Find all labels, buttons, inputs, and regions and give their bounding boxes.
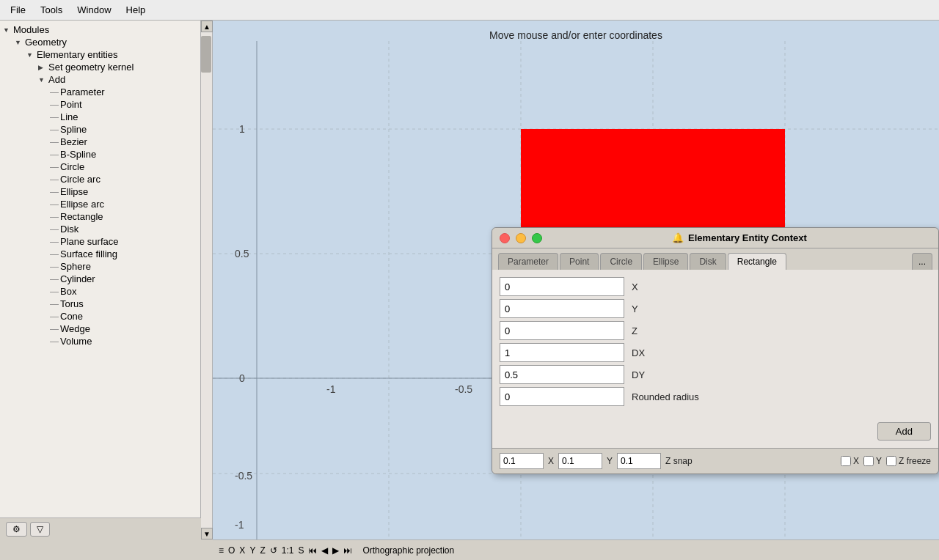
- label-z: Z: [624, 325, 712, 336]
- input-dy[interactable]: [500, 365, 624, 384]
- scroll-up-btn[interactable]: ▲: [201, 21, 213, 32]
- dash-icon: —: [50, 274, 60, 284]
- tree-item-modules[interactable]: ▼Modules: [0, 23, 200, 36]
- freeze-y-label: Y: [876, 456, 882, 466]
- tree-item-point[interactable]: —Point: [0, 98, 200, 111]
- statusbar-y[interactable]: Y: [249, 545, 255, 556]
- tree-item-circle[interactable]: —Circle: [0, 161, 200, 173]
- menu-window[interactable]: Window: [70, 3, 118, 17]
- tree-item-add[interactable]: ▼Add: [0, 73, 200, 86]
- dialog-titlebar: 🔔 Elementary Entity Context: [492, 228, 938, 248]
- tree-item-surface-filling[interactable]: —Surface filling: [0, 248, 200, 260]
- snap-z-input[interactable]: [617, 453, 661, 469]
- tree-item-ellipse-arc[interactable]: —Ellipse arc: [0, 198, 200, 210]
- freeze-x-group: X: [841, 456, 859, 466]
- dialog-max-btn[interactable]: [532, 233, 542, 243]
- statusbar-x[interactable]: X: [239, 545, 245, 556]
- dash-icon: —: [50, 249, 60, 259]
- tree-item-wedge[interactable]: —Wedge: [0, 323, 200, 335]
- tree-item-sphere[interactable]: —Sphere: [0, 260, 200, 273]
- tree-item-parameter[interactable]: —Parameter: [0, 86, 200, 98]
- tree-item-elementary-entities[interactable]: ▼Elementary entities: [0, 48, 200, 61]
- dash-icon: —: [50, 262, 60, 272]
- tree-item-torus[interactable]: —Torus: [0, 298, 200, 310]
- tab-ellipse[interactable]: Ellipse: [643, 253, 688, 270]
- tab-more[interactable]: ...: [912, 253, 932, 270]
- statusbar-menu-icon[interactable]: ≡: [219, 545, 224, 556]
- dash-icon: —: [50, 312, 60, 322]
- freeze-x-label: X: [853, 456, 859, 466]
- add-button[interactable]: Add: [877, 422, 931, 441]
- field-dy: DY: [500, 365, 931, 384]
- tree-item-cylinder[interactable]: —Cylinder: [0, 273, 200, 285]
- freeze-y-checkbox[interactable]: [863, 456, 874, 466]
- dash-icon: —: [50, 224, 60, 235]
- tree-label: Volume: [60, 336, 92, 347]
- field-z: Z: [500, 321, 931, 340]
- tree-item-volume[interactable]: —Volume: [0, 335, 200, 347]
- statusbar-projection: Orthographic projection: [362, 545, 454, 556]
- scroll-down-btn[interactable]: ▼: [201, 528, 213, 539]
- statusbar-rotate[interactable]: ↺: [270, 545, 277, 556]
- tree-item-geometry[interactable]: ▼Geometry: [0, 36, 200, 48]
- menu-file[interactable]: File: [3, 3, 33, 17]
- expand-icon: ▼: [3, 26, 13, 34]
- tree-item-spline[interactable]: —Spline: [0, 123, 200, 136]
- svg-text:-1: -1: [326, 383, 336, 395]
- dialog-title-icon: 🔔: [672, 232, 684, 243]
- statusbar-z[interactable]: Z: [260, 545, 265, 556]
- snap-y-label: Y: [607, 456, 613, 466]
- snap-x-input[interactable]: [500, 453, 544, 469]
- freeze-x-checkbox[interactable]: [841, 456, 851, 466]
- tab-disk[interactable]: Disk: [690, 253, 726, 270]
- field-y: Y: [500, 299, 931, 318]
- dash-icon: —: [50, 150, 60, 160]
- tree-item-ellipse[interactable]: —Ellipse: [0, 185, 200, 198]
- statusbar-next[interactable]: ▶: [332, 545, 339, 556]
- tree-item-set-geometry-kernel[interactable]: ▶Set geometry kernel: [0, 61, 200, 73]
- tree-item-circle-arc[interactable]: —Circle arc: [0, 173, 200, 185]
- dialog-close-btn[interactable]: [500, 233, 510, 243]
- tree-item-line[interactable]: —Line: [0, 111, 200, 123]
- svg-text:-0.5: -0.5: [235, 470, 252, 482]
- tree-label: Bezier: [60, 136, 87, 147]
- tree-item-cone[interactable]: —Cone: [0, 310, 200, 323]
- tab-circle[interactable]: Circle: [600, 253, 642, 270]
- tree-item-disk[interactable]: —Disk: [0, 223, 200, 235]
- tree-label: Circle arc: [60, 174, 101, 185]
- freeze-z-checkbox[interactable]: [886, 456, 896, 466]
- sidebar-tree: ▼Modules▼Geometry▼Elementary entities▶Se…: [0, 21, 200, 539]
- tree-item-bezier[interactable]: —Bezier: [0, 136, 200, 148]
- statusbar-skip-fwd[interactable]: ⏭: [343, 545, 352, 556]
- statusbar-o[interactable]: O: [228, 545, 235, 556]
- tree-item-box[interactable]: —Box: [0, 285, 200, 298]
- tree-label: Spline: [60, 124, 87, 135]
- statusbar-s[interactable]: S: [298, 545, 304, 556]
- input-z[interactable]: [500, 321, 624, 340]
- snap-y-input[interactable]: [558, 453, 602, 469]
- menu-tools[interactable]: Tools: [33, 3, 70, 17]
- menu-help[interactable]: Help: [119, 3, 153, 17]
- tree-item-rectangle[interactable]: —Rectangle: [0, 210, 200, 223]
- sidebar-scrollbar: ▲ ▼: [200, 21, 212, 539]
- tab-parameter[interactable]: Parameter: [498, 253, 558, 270]
- filter-button[interactable]: ▽: [30, 522, 50, 537]
- statusbar-scale[interactable]: 1:1: [282, 545, 294, 556]
- tree-label: Box: [60, 286, 76, 297]
- tree-label: Set geometry kernel: [48, 62, 134, 73]
- dash-icon: —: [50, 125, 60, 135]
- tree-item-b-spline[interactable]: —B-Spline: [0, 148, 200, 161]
- gear-button[interactable]: ⚙: [6, 522, 27, 537]
- tab-rectangle[interactable]: Rectangle: [728, 253, 786, 270]
- tree-label: Point: [60, 99, 82, 110]
- input-rounded[interactable]: [500, 387, 624, 406]
- input-dx[interactable]: [500, 343, 624, 362]
- tab-point[interactable]: Point: [560, 253, 599, 270]
- statusbar-prev[interactable]: ◀: [321, 545, 328, 556]
- input-x[interactable]: [500, 277, 624, 296]
- tree-item-plane-surface[interactable]: —Plane surface: [0, 235, 200, 248]
- input-y[interactable]: [500, 299, 624, 318]
- dialog-min-btn[interactable]: [516, 233, 526, 243]
- scroll-thumb[interactable]: [201, 36, 211, 73]
- statusbar-skip-back[interactable]: ⏮: [308, 545, 317, 556]
